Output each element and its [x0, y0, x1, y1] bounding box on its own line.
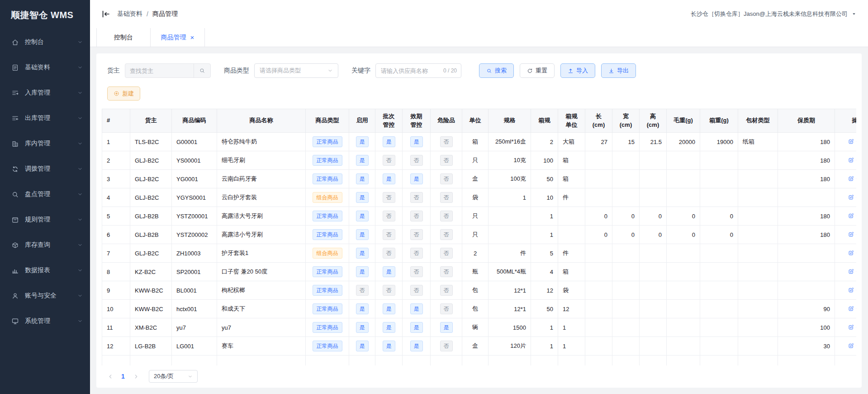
cell-gross_weight	[667, 337, 700, 356]
cell-gross_weight	[667, 281, 700, 300]
edit-row-button[interactable]: 修改	[848, 305, 857, 313]
cell-type: 正常商品	[306, 300, 349, 318]
breadcrumb-parent[interactable]: 基础资料	[117, 10, 142, 18]
cell-enabled: 是	[349, 133, 375, 151]
chevron-right-icon	[133, 374, 139, 380]
edit-row-button[interactable]: 修改	[848, 249, 857, 257]
owner-search-button[interactable]	[194, 64, 210, 77]
sidebar-item-reports[interactable]: 数据报表	[0, 258, 90, 283]
collapse-sidebar-icon[interactable]	[101, 9, 111, 19]
sidebar-item-label: 库存查询	[25, 241, 77, 249]
flag-tag: 否	[440, 173, 453, 185]
edit-row-button[interactable]: 修改	[848, 323, 857, 332]
next-page-button[interactable]	[130, 370, 142, 382]
page-number[interactable]: 1	[116, 373, 130, 380]
edit-row-button[interactable]: 修改	[848, 268, 857, 276]
cell-batch: 否	[375, 244, 403, 263]
edit-row-button[interactable]: 修改	[848, 175, 857, 183]
owner-search-box	[125, 63, 211, 78]
close-icon[interactable]: ×	[190, 34, 194, 41]
table-row: 8KZ-B2CSP20001口子窖 兼20 50度正常商品是是否否瓶500ML*…	[102, 263, 857, 281]
chevron-down-icon	[77, 141, 83, 146]
cell-type: 正常商品	[306, 170, 349, 188]
edit-row-button[interactable]: 修改	[848, 231, 857, 239]
edit-row-button[interactable]: 修改	[848, 193, 857, 202]
tab-0[interactable]: 控制台	[96, 28, 151, 47]
edit-icon	[848, 306, 854, 312]
keyword-input[interactable]	[376, 67, 443, 74]
sidebar-item-inventory[interactable]: 库存查询	[0, 232, 90, 258]
cell-expiry: 是	[403, 300, 431, 318]
cell-box_weight: 0	[700, 207, 738, 226]
user-icon	[11, 292, 19, 300]
table-row: 5GLJ-B2BYSTZ00001高露洁大号牙刷正常商品是否否否只1000001…	[102, 207, 857, 226]
edit-row-button[interactable]: 修改	[848, 286, 857, 294]
sidebar-item-account[interactable]: 账号与安全	[0, 283, 90, 308]
cell-spec	[489, 207, 531, 226]
col-header-idx: #	[102, 109, 130, 133]
cell-batch: 是	[375, 300, 403, 318]
reset-button[interactable]: 重置	[520, 63, 555, 78]
create-button[interactable]: 新建	[107, 86, 140, 101]
owner-search-input[interactable]	[125, 64, 194, 77]
sidebar-item-outbound[interactable]: 出库管理	[0, 106, 90, 131]
sidebar-item-base-data[interactable]: 基础资料	[0, 55, 90, 80]
cell-type: 正常商品	[306, 207, 349, 226]
cell-name	[217, 356, 306, 366]
sidebar-item-transfer[interactable]: 调拨管理	[0, 156, 90, 182]
sidebar-menu: 控制台基础资料入库管理出库管理库内管理调拨管理盘点管理规则管理库存查询数据报表账…	[0, 27, 90, 334]
doc-icon	[11, 64, 19, 72]
cell-enabled: 是	[349, 263, 375, 281]
tab-1[interactable]: 商品管理×	[151, 28, 205, 47]
edit-row-button[interactable]: 修改	[848, 156, 857, 164]
keyword-counter: 0 / 20	[443, 67, 461, 74]
flag-tag: 是	[356, 303, 369, 315]
cell-owner: KWW-B2C	[130, 300, 172, 318]
sidebar-item-inbound[interactable]: 入库管理	[0, 80, 90, 106]
cell-enabled: 是	[349, 188, 375, 207]
chevron-down-icon	[77, 242, 83, 248]
cell-width	[612, 281, 640, 300]
cell-box_spec: 2	[531, 133, 558, 151]
sidebar-item-label: 库内管理	[25, 139, 77, 148]
sidebar-item-rules[interactable]: 规则管理	[0, 207, 90, 232]
sidebar-item-system[interactable]: 系统管理	[0, 308, 90, 334]
cell-type: 正常商品	[306, 281, 349, 300]
cell-action: 修改	[835, 281, 857, 300]
flag-tag: 是	[410, 303, 423, 315]
edit-row-button[interactable]: 修改	[848, 342, 857, 350]
cell-length: 0	[585, 226, 612, 244]
user-menu[interactable]: 长沙仓［切换仓库］Jason@上海云栈未来信息科技有限公司	[691, 10, 856, 18]
import-button[interactable]: 导入	[560, 63, 595, 78]
sidebar-item-dashboard[interactable]: 控制台	[0, 29, 90, 55]
cell-idx: 1	[102, 133, 130, 151]
edit-icon	[848, 176, 854, 182]
cell-idx: 9	[102, 281, 130, 300]
flag-tag: 否	[440, 136, 453, 148]
sidebar-item-warehouse[interactable]: 库内管理	[0, 131, 90, 156]
export-button[interactable]: 导出	[601, 63, 636, 78]
sidebar-item-stocktake[interactable]: 盘点管理	[0, 182, 90, 207]
edit-row-button[interactable]: 修改	[848, 212, 857, 220]
cell-box_spec: 1	[531, 318, 558, 337]
search-button[interactable]: 搜索	[479, 63, 514, 78]
cell-name: 细毛牙刷	[217, 151, 306, 170]
cell-box_unit	[558, 207, 585, 226]
cell-type: 正常商品	[306, 337, 349, 356]
flag-tag: 否	[440, 341, 453, 352]
tab-label: 商品管理	[161, 34, 186, 42]
flag-tag: 否	[440, 211, 453, 222]
product-type-select[interactable]: 请选择商品类型	[254, 63, 338, 78]
cell-idx: 6	[102, 226, 130, 244]
edit-row-button[interactable]: 修改	[848, 138, 857, 146]
breadcrumb: 基础资料 / 商品管理	[117, 10, 178, 18]
cell-packing	[738, 337, 778, 356]
cell-owner: GLJ-B2B	[130, 226, 172, 244]
prev-page-button[interactable]	[104, 370, 116, 382]
cell-hazard: 否	[431, 281, 462, 300]
cell-enabled	[349, 356, 375, 366]
keyword-input-box: 0 / 20	[375, 63, 461, 78]
table-row: 9KWW-B2CBL0001枸杞槟榔正常商品否否否否包12*112袋修改	[102, 281, 857, 300]
sidebar-item-label: 数据报表	[25, 266, 77, 274]
page-size-select[interactable]: 20条/页	[149, 370, 198, 383]
